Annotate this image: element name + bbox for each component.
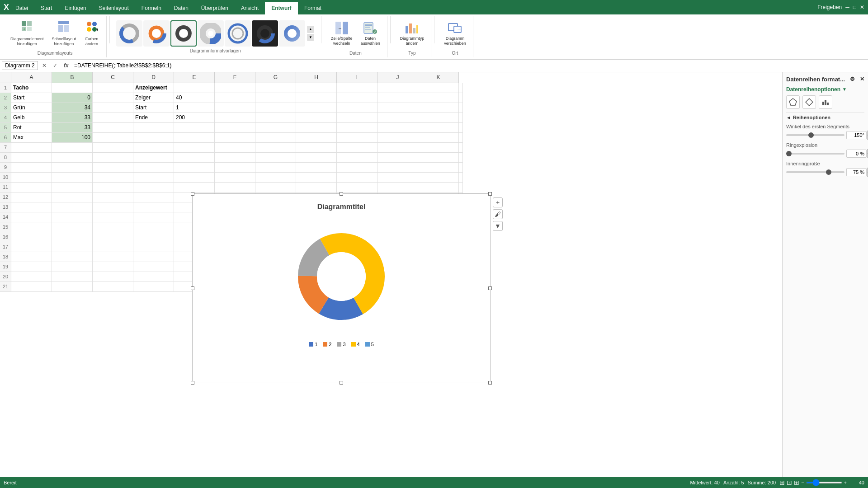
table-cell[interactable] — [337, 183, 377, 192]
table-cell[interactable] — [418, 93, 459, 103]
table-cell[interactable] — [337, 133, 377, 143]
chart-handle-mr[interactable] — [488, 286, 492, 290]
table-cell[interactable] — [255, 143, 296, 153]
table-cell[interactable] — [215, 83, 255, 93]
chart-style-6[interactable] — [252, 20, 278, 47]
chart-handle-tc[interactable] — [340, 192, 343, 196]
name-box[interactable] — [2, 61, 38, 70]
table-cell[interactable] — [174, 133, 215, 143]
table-cell[interactable] — [296, 93, 337, 103]
table-cell[interactable] — [215, 143, 255, 153]
chart-handle-bc[interactable] — [340, 381, 343, 385]
table-cell[interactable] — [255, 153, 296, 163]
table-cell[interactable] — [377, 143, 418, 153]
right-panel-settings-icon[interactable]: ⚙ — [850, 76, 855, 82]
table-cell[interactable] — [52, 173, 93, 183]
table-cell[interactable] — [93, 222, 133, 232]
table-cell[interactable] — [418, 123, 459, 133]
table-cell[interactable] — [133, 272, 174, 282]
table-cell[interactable]: Gelb — [11, 113, 52, 123]
title-tab-format[interactable]: Format — [298, 2, 328, 14]
col-header-B[interactable]: B — [52, 72, 93, 83]
table-cell[interactable] — [215, 123, 255, 133]
table-cell[interactable] — [133, 143, 174, 153]
row-number[interactable]: 9 — [0, 163, 11, 173]
table-cell[interactable] — [296, 173, 337, 183]
table-cell[interactable] — [52, 212, 93, 222]
table-cell[interactable] — [93, 123, 133, 133]
table-cell[interactable] — [215, 113, 255, 123]
view-normal-icon[interactable]: ⊞ — [779, 479, 785, 486]
table-cell[interactable] — [337, 83, 377, 93]
table-cell[interactable] — [52, 192, 93, 202]
user-button[interactable]: Freigeben — [817, 4, 842, 10]
table-cell[interactable]: Grün — [11, 103, 52, 113]
chart-handle-bl[interactable] — [191, 381, 194, 385]
table-cell[interactable] — [11, 212, 52, 222]
table-cell[interactable] — [93, 262, 133, 272]
table-cell[interactable] — [52, 232, 93, 242]
close-icon[interactable]: ✕ — [860, 4, 864, 10]
table-cell[interactable] — [93, 232, 133, 242]
table-cell[interactable] — [174, 183, 215, 192]
table-cell[interactable] — [337, 113, 377, 123]
chart-filter-button[interactable]: ▼ — [493, 221, 503, 231]
chart-style-scroll-up[interactable]: ▲ — [307, 26, 314, 33]
table-cell[interactable] — [418, 113, 459, 123]
table-cell[interactable] — [133, 212, 174, 222]
daten-auswaehlen-button[interactable]: ✓ Datenauswählen — [358, 19, 383, 48]
table-cell[interactable] — [215, 163, 255, 173]
innenringgroesse-input[interactable] — [846, 168, 867, 176]
col-header-G[interactable]: G — [255, 72, 296, 83]
row-number[interactable]: 13 — [0, 202, 11, 212]
formula-input[interactable] — [72, 61, 866, 70]
chart-style-2[interactable] — [143, 20, 170, 47]
table-cell[interactable] — [11, 242, 52, 252]
col-header-A[interactable]: A — [11, 72, 52, 83]
table-cell[interactable] — [133, 262, 174, 272]
table-cell[interactable] — [52, 202, 93, 212]
table-cell[interactable] — [296, 133, 337, 143]
row-number[interactable]: 4 — [0, 113, 11, 123]
diagramm-verschieben-button[interactable]: → Diagrammverschieben — [441, 19, 469, 48]
table-cell[interactable] — [11, 202, 52, 212]
table-cell[interactable] — [11, 272, 52, 282]
table-cell[interactable] — [459, 113, 463, 123]
table-cell[interactable] — [215, 173, 255, 183]
row-number[interactable]: 6 — [0, 133, 11, 143]
table-cell[interactable] — [11, 163, 52, 173]
table-cell[interactable] — [93, 93, 133, 103]
col-header-C[interactable]: C — [93, 72, 133, 83]
title-tab-ansicht[interactable]: Ansicht — [235, 2, 265, 14]
table-cell[interactable] — [174, 173, 215, 183]
table-cell[interactable]: 33 — [52, 123, 93, 133]
table-cell[interactable] — [52, 222, 93, 232]
table-cell[interactable]: 40 — [174, 93, 215, 103]
table-cell[interactable] — [296, 143, 337, 153]
chart-handle-br[interactable] — [488, 381, 492, 385]
right-panel-close-icon[interactable]: ✕ — [860, 76, 864, 82]
row-number[interactable]: 7 — [0, 143, 11, 153]
table-cell[interactable]: Ende — [133, 113, 174, 123]
chart-style-5[interactable] — [225, 20, 251, 47]
zoom-out-button[interactable]: − — [801, 480, 804, 485]
table-cell[interactable] — [418, 183, 459, 192]
table-cell[interactable] — [133, 282, 174, 292]
title-tab-daten[interactable]: Daten — [168, 2, 195, 14]
table-cell[interactable] — [93, 242, 133, 252]
table-cell[interactable] — [459, 133, 463, 143]
winkel-input[interactable] — [846, 131, 867, 139]
row-number[interactable]: 18 — [0, 252, 11, 262]
minimize-icon[interactable]: ─ — [845, 4, 849, 10]
table-cell[interactable]: 1 — [174, 103, 215, 113]
table-cell[interactable] — [255, 83, 296, 93]
title-tab-datei[interactable]: Datei — [9, 2, 34, 14]
row-number[interactable]: 1 — [0, 83, 11, 93]
table-cell[interactable] — [52, 163, 93, 173]
table-cell[interactable] — [459, 123, 463, 133]
table-cell[interactable] — [133, 163, 174, 173]
table-cell[interactable] — [133, 242, 174, 252]
title-tab-überprüfen[interactable]: Überprüfen — [195, 2, 235, 14]
table-cell[interactable] — [296, 103, 337, 113]
row-number[interactable]: 21 — [0, 282, 11, 292]
